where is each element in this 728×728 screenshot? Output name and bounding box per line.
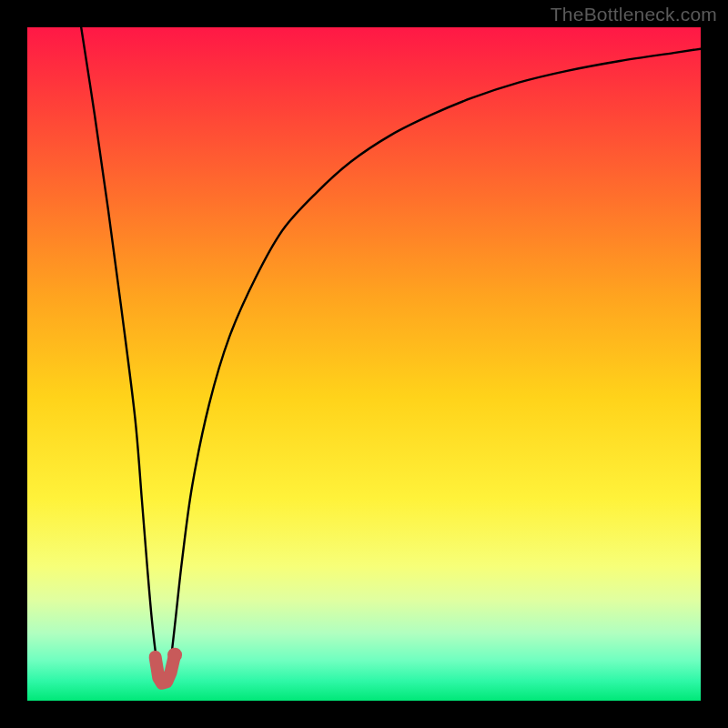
plot-area (27, 27, 701, 701)
highlight-dot (167, 648, 182, 662)
bottleneck-curve (81, 27, 701, 684)
chart-frame: TheBottleneck.com (0, 0, 728, 728)
watermark-text: TheBottleneck.com (551, 4, 717, 25)
curve-layer (27, 27, 701, 701)
